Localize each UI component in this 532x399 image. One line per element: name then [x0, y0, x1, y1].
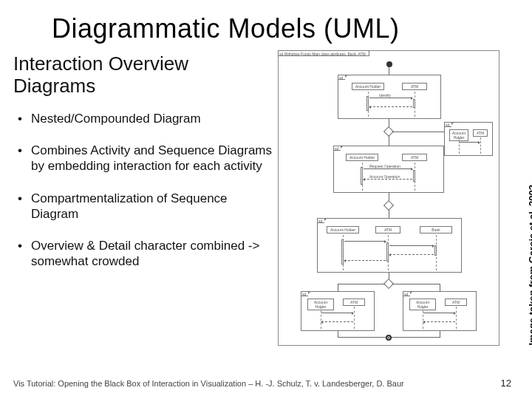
lifeline-dash — [423, 307, 423, 329]
lifeline: Account Holder — [346, 154, 378, 161]
right-column: sd Withdraw Funds Main class attributes,… — [278, 50, 511, 346]
flow-edge — [440, 284, 440, 291]
frame-tab: sd — [333, 146, 341, 151]
flow-edge — [338, 284, 385, 284]
activation — [434, 245, 437, 256]
flow-edge — [338, 284, 338, 291]
lifeline-dash — [354, 307, 355, 329]
flow-edge — [389, 135, 389, 146]
message-arrow — [321, 313, 353, 313]
bullet-item: Overview & Detail character combined -> … — [18, 238, 272, 270]
return-arrow — [389, 254, 434, 255]
message-arrow — [423, 313, 455, 313]
image-attribution: Image taken from Garcia et al. 2003 — [526, 185, 532, 346]
message-arrow — [344, 241, 386, 242]
return-arrow — [369, 106, 412, 107]
lifeline: ATM — [402, 154, 427, 161]
lifeline-dash — [456, 307, 457, 329]
slide-footer: Vis Tutorial: Opening the Black Box of I… — [13, 378, 511, 389]
left-column: Interaction Overview Diagrams Nested/Com… — [13, 50, 272, 346]
frame-tab: sd — [403, 291, 410, 296]
activation — [413, 170, 415, 182]
frame-tab: sd — [338, 75, 345, 80]
message-arrow — [364, 168, 412, 169]
activation — [413, 99, 415, 108]
lifeline: ATM — [473, 129, 488, 137]
sd-frame: sd Account Holder ATM — [403, 291, 477, 331]
flow-edge — [338, 331, 338, 337]
flow-edge — [389, 67, 389, 75]
bullet-item: Compartmentalization of Sequence Diagram — [18, 191, 272, 222]
lifeline: Account Holder — [352, 83, 384, 90]
page-number: 12 — [501, 378, 511, 389]
return-arrow — [321, 321, 353, 322]
frame-tab: sd — [301, 291, 308, 296]
sd-frame: sd Account Holder ATM Identify — [338, 75, 441, 119]
flow-edge — [392, 132, 444, 132]
slide-title: Diagrammatic Models (UML) — [0, 0, 532, 50]
bullet-list: Nested/Compounded Diagram Combines Activ… — [13, 111, 272, 270]
message-label: Account Operation — [369, 174, 400, 179]
lifeline: ATM — [375, 226, 400, 233]
sd-frame: sd Account Holder ATM Bank — [317, 218, 462, 273]
lifeline-dash — [459, 137, 460, 154]
frame-tab: sd — [317, 218, 324, 223]
return-arrow — [423, 321, 455, 322]
message-label: Request Operation — [369, 164, 400, 168]
message-arrow — [460, 142, 480, 143]
content-row: Interaction Overview Diagrams Nested/Com… — [0, 50, 532, 346]
lifeline: Account Holder — [327, 226, 359, 233]
footer-text: Vis Tutorial: Opening the Black Box of I… — [13, 379, 404, 388]
uml-interaction-overview-diagram: sd Withdraw Funds Main class attributes,… — [278, 50, 499, 346]
outer-frame-tab: sd Withdraw Funds Main class attributes,… — [278, 50, 369, 56]
section-heading: Interaction Overview Diagrams — [13, 53, 272, 98]
bullet-item: Combines Activity and Sequence Diagrams … — [18, 143, 272, 174]
sd-frame: sd Account Holder ATM — [301, 291, 375, 331]
lifeline: ATM — [402, 83, 427, 90]
lifeline-dash — [480, 137, 481, 154]
lifeline: Bank — [420, 226, 452, 233]
lifeline: ATM — [343, 299, 365, 306]
flow-edge — [392, 284, 440, 284]
final-node — [386, 335, 392, 341]
activation — [386, 242, 389, 262]
frame-tab: sd — [444, 122, 451, 127]
flow-edge — [389, 209, 389, 218]
return-arrow — [364, 179, 412, 180]
return-arrow — [344, 260, 386, 261]
sd-frame: sd Account Holder ATM — [444, 122, 493, 156]
bullet-item: Nested/Compounded Diagram — [18, 111, 272, 126]
message-arrow — [369, 98, 412, 98]
activation — [366, 96, 369, 111]
lifeline: ATM — [445, 299, 467, 306]
lifeline-dash — [321, 307, 321, 329]
flow-edge — [440, 331, 440, 337]
initial-node — [386, 61, 392, 67]
activation — [361, 167, 363, 185]
message-label: Identify — [379, 93, 391, 98]
message-arrow — [389, 245, 434, 246]
sd-frame: sd Account Holder ATM Request Operation … — [333, 146, 444, 193]
